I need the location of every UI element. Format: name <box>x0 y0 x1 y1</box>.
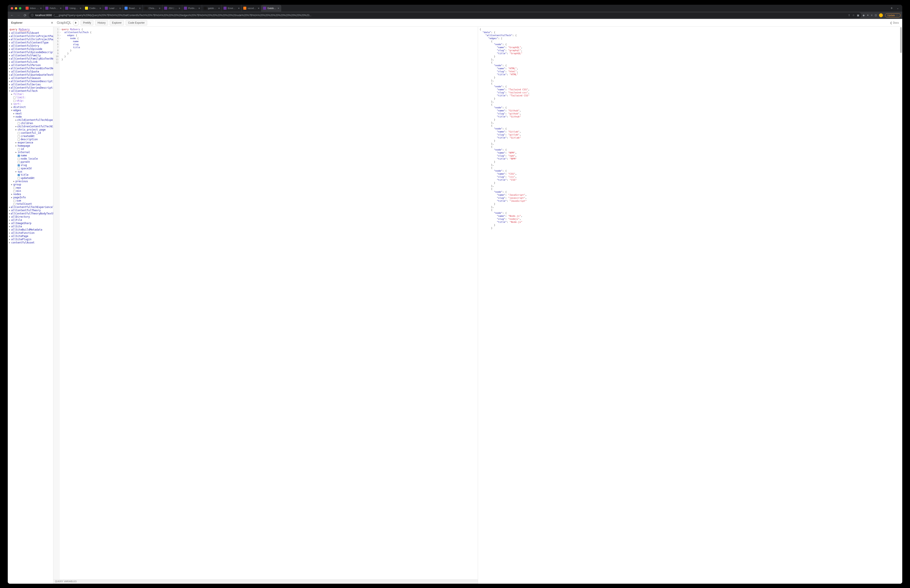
tab-label: Porting LaRo <box>188 7 197 10</box>
maximize-window-icon[interactable] <box>19 7 21 10</box>
explorer-field[interactable]: ▶allContentfulEpisode <box>9 47 52 51</box>
explorer-leaf[interactable]: slug <box>9 164 52 167</box>
close-tab-icon[interactable]: ✕ <box>198 7 200 10</box>
prettify-button[interactable]: Prettify <box>81 20 93 25</box>
browser-tab[interactable]: vscode sett ✕ <box>242 5 261 11</box>
explorer-field[interactable]: ▶allContentfulContentType <box>9 41 52 44</box>
explorer-field[interactable]: ▶allContentfulSeason <box>9 77 52 80</box>
close-tab-icon[interactable]: ✕ <box>238 7 240 10</box>
explorer-field[interactable]: ▶next <box>9 112 52 115</box>
explorer-leaf[interactable]: children <box>9 122 52 125</box>
close-tab-icon[interactable]: ✕ <box>119 7 121 10</box>
explorer-leaf[interactable]: ▶childrenContentfulTechExperienceTe <box>9 125 52 128</box>
explorer-field[interactable]: ▶allContentfulPersonBioTextNode <box>9 67 52 70</box>
explorer-leaf[interactable]: spaceId <box>9 167 52 170</box>
explorer-field[interactable]: ▶previous <box>9 180 52 183</box>
browser-tab[interactable]: gatsbyjs/gat ✕ <box>202 5 222 11</box>
close-tab-icon[interactable]: ✕ <box>159 7 160 10</box>
tab-label: JSX | Gatsby <box>168 7 177 10</box>
browser-tab[interactable]: Coding Gam ✕ <box>83 5 103 11</box>
close-tab-icon[interactable]: ✕ <box>79 7 81 10</box>
explorer-field[interactable]: ▶allContentfulPerson <box>9 64 52 67</box>
explorer-field-expanded[interactable]: ▼allContentfulTech <box>9 89 52 93</box>
history-button[interactable]: History <box>95 20 108 25</box>
explorer-leaf[interactable]: ▶internal <box>9 151 52 154</box>
explorer-arg[interactable]: ▶sort: <box>9 102 52 106</box>
browser-tab[interactable]: Gatsby - Gra ✕ <box>261 5 281 11</box>
reload-button[interactable]: ⟳ <box>23 13 27 18</box>
forward-button[interactable]: → <box>16 13 21 18</box>
query-code[interactable]: query MyQuery { allContentfulTech { edge… <box>60 27 93 188</box>
close-tab-icon[interactable]: ✕ <box>139 7 141 10</box>
browser-tab[interactable]: Fetch data fr ✕ <box>44 5 63 11</box>
close-tab-icon[interactable]: ✕ <box>218 7 220 10</box>
explorer-leaf[interactable]: createdAt <box>9 135 52 138</box>
close-tab-icon[interactable]: ✕ <box>278 7 279 10</box>
explorer-leaf[interactable]: ▶experience <box>9 141 52 144</box>
browser-tab[interactable]: Inbox - laroc ✕ <box>24 5 44 11</box>
explorer-field[interactable]: ▶allContentfulChrisProjectPageBodyTextNo… <box>9 38 52 41</box>
site-info-icon[interactable]: ⓘ <box>31 13 34 17</box>
browser-tab[interactable]: JSX | Gatsby ✕ <box>162 5 182 11</box>
explorer-field[interactable]: ▶allContentfulEntry <box>9 44 52 47</box>
close-window-icon[interactable] <box>11 7 13 10</box>
explorer-leaf[interactable]: node_locale <box>9 157 52 160</box>
url-field[interactable]: ⓘ localhost:8000 /___graphql?query=query… <box>29 13 291 18</box>
close-tab-icon[interactable]: ✕ <box>40 7 42 10</box>
query-editor[interactable]: 123456789101112 query MyQuery { allConte… <box>53 27 291 188</box>
explorer-leaf[interactable]: ▶homepage <box>9 144 52 147</box>
explorer-field-expanded[interactable]: ▼edges <box>9 109 52 112</box>
explorer-field[interactable]: ▶allContentfulLink <box>9 60 52 64</box>
explorer-leaf[interactable]: contentful_id <box>9 131 52 135</box>
explorer-field[interactable]: ▶allContentfulSeasonDescriptionTextNode <box>9 80 52 83</box>
browser-tab[interactable]: Lead Solutio ✕ <box>103 5 123 11</box>
explorer-field[interactable]: ▶allContentfulSeries <box>9 83 52 86</box>
explorer-field[interactable]: ▶allContentfulFamily <box>9 54 52 57</box>
explorer-field-expanded[interactable]: ▼node <box>9 115 52 118</box>
explorer-leaf[interactable]: name <box>9 154 52 157</box>
back-button[interactable]: ← <box>10 13 15 18</box>
explorer-leaf[interactable]: ▶childContentfulTechExperienceTextN <box>9 118 52 122</box>
close-tab-icon[interactable]: ✕ <box>179 7 180 10</box>
explorer-field[interactable]: ▶allContentfulQuote <box>9 70 52 73</box>
explorer-field[interactable]: ▶allContentfulQuoteQuoteTextNode <box>9 73 52 77</box>
close-tab-icon[interactable]: ✕ <box>60 7 61 10</box>
explorer-field[interactable]: max <box>9 186 52 188</box>
explorer-field[interactable]: ▶allContentfulEpisodeDescriptionTextNode <box>9 51 52 54</box>
close-tab-icon[interactable]: ✕ <box>99 7 101 10</box>
tab-label: Fetch data fr <box>50 7 58 10</box>
code-exporter-button[interactable]: Code Exporter <box>126 20 147 25</box>
graphiql-body: query MyQuery▶allContentfulAsset▶allCont… <box>8 27 291 188</box>
browser-tab[interactable]: Using Defer ✕ <box>63 5 83 11</box>
explorer-arg[interactable]: ▶filter: <box>9 93 52 96</box>
explorer-leaf[interactable]: title <box>9 173 52 176</box>
explorer-field[interactable]: ▶allContentfulAsset <box>9 31 52 35</box>
explorer-panel[interactable]: query MyQuery▶allContentfulAsset▶allCont… <box>8 27 53 188</box>
explorer-leaf[interactable]: ▶sys <box>9 170 52 173</box>
browser-tab[interactable]: Roadmap | B ✕ <box>123 5 143 11</box>
explorer-field[interactable]: ▶allContentfulSeriesDescriptionTextNode <box>9 86 52 89</box>
explorer-field[interactable]: ▶allContentfulChrisProjectPage <box>9 35 52 38</box>
tab-bar: Inbox - laroc ✕ Fetch data fr ✕ Using De… <box>8 5 291 11</box>
execute-button[interactable] <box>73 20 79 26</box>
graphiql-toolbar: Explorer ✕ GraphiQL Prettify History Exp… <box>8 19 291 27</box>
favicon-icon <box>164 6 167 10</box>
explorer-field[interactable]: ▶distinct <box>9 106 52 109</box>
explorer-leaf[interactable]: description <box>9 138 52 141</box>
tab-label: Lead Solutio <box>109 7 118 10</box>
minimize-window-icon[interactable] <box>15 7 17 10</box>
browser-tab[interactable]: Environmen ✕ <box>222 5 242 11</box>
close-tab-icon[interactable]: ✕ <box>258 7 259 10</box>
close-icon[interactable]: ✕ <box>51 21 53 24</box>
explorer-arg[interactable]: limit: <box>9 96 52 99</box>
browser-tab[interactable]: ChrisLaRocc ✕ <box>143 5 162 11</box>
browser-tab[interactable]: Porting LaRo ✕ <box>182 5 202 11</box>
explorer-leaf[interactable]: id <box>9 147 52 151</box>
explorer-button[interactable]: Explorer <box>110 20 124 25</box>
explorer-leaf[interactable]: ▶chris_project_page <box>9 128 52 131</box>
explorer-field[interactable]: ▶group <box>9 183 52 186</box>
explorer-leaf[interactable]: updatedAt <box>9 176 52 180</box>
explorer-field[interactable]: ▶allContentfulFamilyBioTextNode <box>9 57 52 60</box>
explorer-arg[interactable]: skip: <box>9 99 52 102</box>
explorer-leaf[interactable]: parent <box>9 160 52 164</box>
